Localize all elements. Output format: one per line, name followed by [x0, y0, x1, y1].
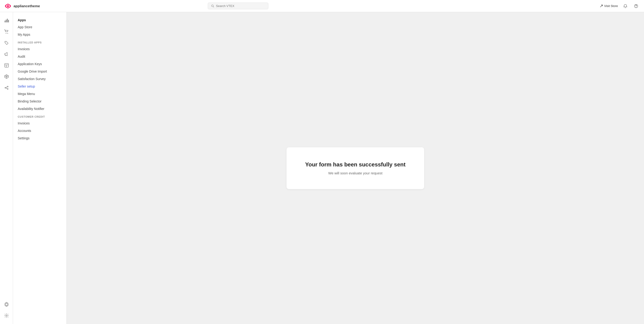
sidebar-item-integrations[interactable] — [2, 83, 11, 92]
svg-point-11 — [6, 33, 6, 34]
customer-credit-section-title: CUSTOMER CREDIT — [13, 113, 66, 120]
layout-icon — [4, 63, 9, 68]
nav-item-binding-selector[interactable]: Binding Selector — [13, 98, 66, 105]
sidebar-item-promotions[interactable] — [2, 50, 11, 59]
success-card-subtitle: We will soon evaluate your request — [305, 171, 406, 175]
svg-line-21 — [6, 88, 7, 89]
installed-apps-section-title: INSTALLED APPS — [13, 38, 66, 45]
brand-name: appliancetheme — [14, 4, 40, 8]
vtex-logo-icon — [5, 3, 11, 9]
success-card-title: Your form has been successfully sent — [305, 161, 406, 168]
search-icon — [211, 5, 214, 8]
analytics-icon — [4, 18, 9, 23]
brand-logo[interactable]: appliancetheme — [5, 3, 40, 9]
sidebar-item-settings[interactable] — [2, 311, 11, 320]
svg-line-20 — [6, 87, 7, 88]
success-card: Your form has been successfully sent We … — [286, 147, 424, 189]
settings-icon — [4, 313, 9, 318]
nav-item-google-drive-import[interactable]: Google Drive Import — [13, 68, 66, 75]
svg-rect-8 — [6, 20, 6, 23]
nav-item-mega-menu[interactable]: Mega Menu — [13, 90, 66, 98]
svg-point-6 — [636, 7, 636, 7]
nav-item-my-apps[interactable]: My Apps — [13, 31, 66, 38]
apps-group-title: Apps — [13, 16, 66, 23]
visit-store-button[interactable]: Visit Store — [600, 4, 618, 8]
main-layout: Apps App Store My Apps INSTALLED APPS In… — [0, 12, 644, 324]
sidebar-item-analytics[interactable] — [2, 16, 11, 25]
notifications-button[interactable] — [622, 3, 628, 9]
svg-line-4 — [213, 6, 214, 7]
sidebar-item-catalog[interactable] — [2, 38, 11, 48]
nav-item-invoices-apps[interactable]: Invoices — [13, 45, 66, 53]
nav-item-settings[interactable]: Settings — [13, 134, 66, 142]
visit-store-label: Visit Store — [604, 4, 618, 8]
help-button[interactable] — [633, 3, 639, 9]
svg-point-17 — [7, 86, 8, 87]
bell-icon — [623, 4, 628, 8]
external-link-icon — [600, 5, 603, 8]
sidebar-item-layout[interactable] — [2, 61, 11, 70]
svg-rect-14 — [5, 64, 8, 67]
cube-icon — [4, 74, 9, 79]
sidebar-item-orders[interactable] — [2, 27, 11, 37]
nav-item-application-keys[interactable]: Application Keys — [13, 60, 66, 68]
sidebar-item-layers[interactable] — [2, 300, 11, 309]
nav-item-accounts[interactable]: Accounts — [13, 127, 66, 134]
icon-sidebar — [0, 12, 13, 324]
svg-point-12 — [7, 33, 8, 34]
svg-point-19 — [5, 87, 6, 88]
help-icon — [634, 4, 638, 8]
cart-icon — [4, 30, 9, 34]
topnav-right-actions: Visit Store — [600, 3, 639, 9]
nav-item-seller-setup[interactable]: Seller setup — [13, 83, 66, 90]
top-navigation: appliancetheme Visit Store — [0, 0, 644, 12]
svg-rect-10 — [8, 20, 9, 23]
nav-item-audit[interactable]: Audit — [13, 53, 66, 60]
search-bar[interactable] — [208, 3, 268, 9]
sidebar-item-apps[interactable] — [2, 72, 11, 81]
share-icon — [4, 85, 9, 90]
layers-icon — [4, 302, 9, 307]
main-content: Your form has been successfully sent We … — [67, 12, 644, 324]
svg-point-13 — [6, 42, 6, 43]
nav-item-app-store[interactable]: App Store — [13, 23, 66, 31]
search-input[interactable] — [216, 4, 265, 8]
nav-item-invoices-credit[interactable]: Invoices — [13, 120, 66, 127]
left-navigation: Apps App Store My Apps INSTALLED APPS In… — [13, 12, 67, 324]
svg-point-22 — [6, 315, 7, 316]
svg-rect-7 — [5, 21, 5, 23]
megaphone-icon — [4, 52, 9, 57]
nav-item-satisfaction-survey[interactable]: Satisfaction Survey — [13, 75, 66, 83]
tag-icon — [4, 41, 9, 45]
nav-item-availability-notifier[interactable]: Availability Notifier — [13, 105, 66, 113]
svg-rect-9 — [7, 19, 8, 23]
svg-point-18 — [7, 89, 8, 89]
